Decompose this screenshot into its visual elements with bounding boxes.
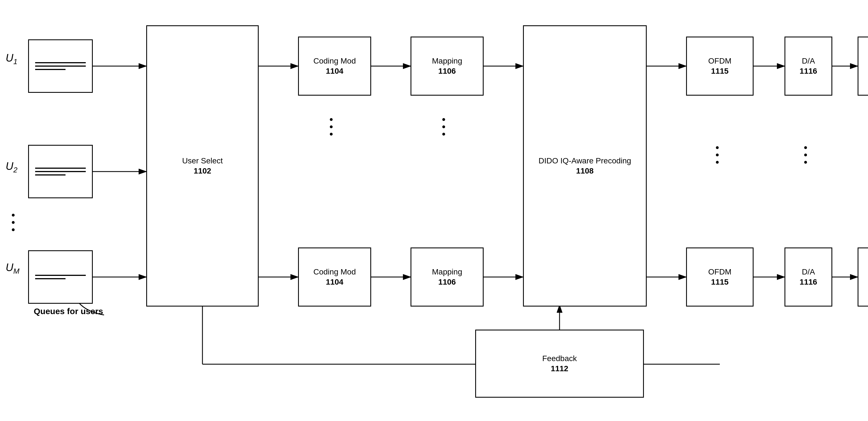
- coding-mod-bot-block: Coding Mod 1104: [298, 247, 371, 306]
- dots-users: [12, 214, 14, 231]
- mapping-top-block: Mapping 1106: [410, 36, 484, 96]
- rf-bot-block: RF 1114: [858, 247, 868, 306]
- da-top-block: D/A 1116: [784, 36, 832, 96]
- queue-um: [28, 250, 93, 304]
- queue-u1: [28, 39, 93, 93]
- user-label-u1: U1: [6, 52, 18, 66]
- da-bot-block: D/A 1116: [784, 247, 832, 306]
- dots-da: [804, 146, 807, 164]
- dots-coding: [330, 118, 333, 136]
- mapping-bot-block: Mapping 1106: [410, 247, 484, 306]
- dots-ofdm: [716, 146, 719, 164]
- ofdm-top-block: OFDM 1115: [686, 36, 753, 96]
- ofdm-bot-block: OFDM 1115: [686, 247, 753, 306]
- rf-top-block: RF 1114: [858, 36, 868, 96]
- feedback-block: Feedback 1112: [475, 330, 644, 398]
- user-label-u2: U2: [6, 160, 18, 174]
- user-label-um: UM: [6, 262, 20, 276]
- queues-for-users-label: Queues for users: [34, 306, 103, 316]
- queue-u2: [28, 145, 93, 198]
- user-select-block: User Select 1102: [146, 25, 259, 306]
- dots-mapping: [442, 118, 445, 136]
- dido-block: DIDO IQ-Aware Precoding 1108: [523, 25, 647, 306]
- coding-mod-top-block: Coding Mod 1104: [298, 36, 371, 96]
